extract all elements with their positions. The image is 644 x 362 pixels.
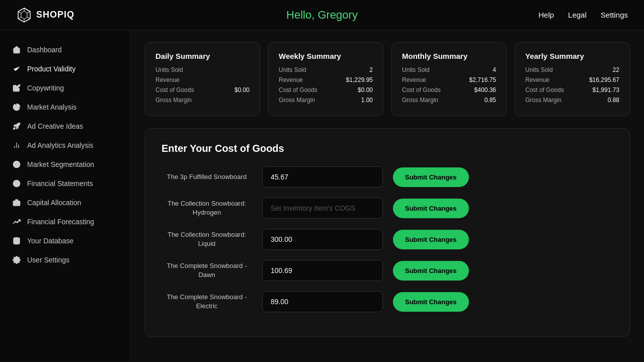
cog-input-3p-fulfilled[interactable] [262, 166, 383, 188]
weekly-cog-value: $0.00 [358, 86, 373, 94]
cog-product-name: The Complete Snowboard - Electric [162, 293, 252, 311]
weekly-margin-label: Gross Margin [279, 97, 315, 104]
weekly-margin-value: 1.00 [361, 97, 373, 104]
daily-cog-value: $0.00 [234, 86, 250, 94]
sidebar-label-market-analysis: Market Analysis [27, 103, 76, 111]
sidebar-label-dashboard: Dashboard [27, 46, 62, 54]
submit-btn-complete-dawn[interactable]: Submit Changes [393, 261, 469, 281]
monthly-cog-value: $400.36 [474, 86, 496, 94]
monthly-margin-row: Gross Margin 0.85 [402, 97, 496, 104]
yearly-revenue-value: $16,295.67 [589, 76, 619, 83]
daily-margin-label: Gross Margin [155, 97, 192, 104]
sidebar-item-product-validity[interactable]: Product Validity [0, 59, 130, 78]
rocket-icon [12, 122, 21, 131]
trending-up-icon [12, 217, 21, 226]
cog-product-list: The 3p Fulfilled SnowboardSubmit Changes… [162, 166, 613, 312]
header: SHOPIQ Hello, Gregory Help Legal Setting… [0, 0, 644, 30]
logo-icon [16, 7, 32, 23]
daily-cog-label: Cost of Goods [155, 86, 194, 94]
sidebar-item-capital-allocation[interactable]: Capital Allocation [0, 193, 130, 212]
daily-revenue-row: Revenue [155, 76, 250, 83]
cog-product-name: The Complete Snowboard - Dawn [162, 261, 252, 280]
cog-input-complete-dawn[interactable] [262, 260, 383, 281]
daily-summary-card: Daily Summary Units Sold Revenue Cost of… [145, 42, 260, 116]
svg-point-13 [16, 164, 18, 165]
cog-title: Enter Your Cost of Goods [162, 143, 613, 154]
sidebar-item-ad-creative[interactable]: Ad Creative Ideas [0, 117, 130, 136]
submit-btn-collection-hydrogen[interactable]: Submit Changes [393, 199, 469, 218]
monthly-summary-title: Monthly Summary [402, 52, 496, 60]
daily-units-label: Units Sold [155, 66, 183, 73]
briefcase-icon [12, 198, 21, 207]
monthly-margin-value: 0.85 [485, 97, 496, 104]
weekly-revenue-row: Revenue $1,229.95 [279, 76, 373, 83]
yearly-cog-label: Cost of Goods [525, 86, 564, 94]
monthly-summary-card: Monthly Summary Units Sold 4 Revenue $2,… [391, 42, 507, 116]
sidebar-item-financial-forecasting[interactable]: Financial Forecasting [0, 212, 130, 231]
bar-chart-icon [12, 141, 21, 150]
legal-link[interactable]: Legal [568, 11, 587, 19]
summary-cards: Daily Summary Units Sold Revenue Cost of… [145, 42, 630, 116]
cog-input-collection-hydrogen[interactable] [262, 198, 383, 219]
cog-input-complete-electric[interactable] [262, 291, 383, 312]
target-icon [12, 160, 21, 169]
monthly-units-row: Units Sold 4 [402, 66, 496, 73]
sidebar-item-dashboard[interactable]: Dashboard [0, 40, 130, 59]
sidebar-label-capital-allocation: Capital Allocation [27, 199, 81, 207]
monthly-units-label: Units Sold [402, 66, 430, 73]
sidebar-item-database[interactable]: Your Database [0, 231, 130, 250]
cog-product-row: The Collection Snowboard: LiquidSubmit C… [162, 229, 613, 250]
check-icon [12, 64, 21, 73]
yearly-units-value: 22 [613, 66, 619, 73]
sidebar-item-user-settings[interactable]: User Settings [0, 250, 130, 269]
cog-product-row: The Collection Snowboard: HydrogenSubmit… [162, 198, 613, 219]
cog-product-name: The 3p Fulfilled Snowboard [162, 172, 252, 182]
weekly-cog-label: Cost of Goods [279, 86, 317, 94]
pen-icon [12, 83, 21, 93]
yearly-cog-row: Cost of Goods $1,991.73 [525, 86, 619, 94]
yearly-summary-card: Yearly Summary Units Sold 22 Revenue $16… [515, 42, 630, 116]
dollar-icon [12, 179, 21, 188]
sidebar-label-copywriting: Copywriting [27, 84, 64, 92]
sidebar-item-copywriting[interactable]: Copywriting [0, 78, 130, 98]
submit-btn-3p-fulfilled[interactable]: Submit Changes [393, 167, 469, 187]
cog-input-collection-liquid[interactable] [262, 229, 383, 250]
svg-line-4 [27, 17, 30, 19]
monthly-margin-label: Gross Margin [402, 97, 438, 104]
monthly-revenue-label: Revenue [402, 76, 426, 83]
daily-revenue-label: Revenue [155, 76, 180, 83]
sidebar-label-ad-analytics: Ad Analytics Analysis [27, 141, 94, 149]
submit-btn-collection-liquid[interactable]: Submit Changes [393, 230, 469, 249]
yearly-units-label: Units Sold [525, 66, 553, 73]
sidebar-label-user-settings: User Settings [27, 256, 69, 264]
weekly-units-row: Units Sold 2 [279, 66, 373, 73]
sidebar-item-market-seg[interactable]: Market Segmentation [0, 155, 130, 174]
sidebar-item-financial-statements[interactable]: Financial Statements [0, 174, 130, 193]
settings-link[interactable]: Settings [601, 11, 628, 19]
weekly-revenue-label: Revenue [279, 76, 303, 83]
sidebar-item-ad-analytics[interactable]: Ad Analytics Analysis [0, 136, 130, 155]
sidebar-label-ad-creative: Ad Creative Ideas [27, 122, 83, 130]
sidebar-item-market-analysis[interactable]: Market Analysis [0, 98, 130, 117]
cog-product-row: The Complete Snowboard - ElectricSubmit … [162, 291, 613, 312]
sidebar-label-product-validity: Product Validity [27, 65, 75, 73]
layout: Dashboard Product Validity Copywriting M… [0, 30, 644, 362]
cog-product-row: The 3p Fulfilled SnowboardSubmit Changes [162, 166, 613, 188]
chart-pie-icon [12, 103, 21, 112]
cog-product-row: The Complete Snowboard - DawnSubmit Chan… [162, 260, 613, 281]
cog-section: Enter Your Cost of Goods The 3p Fulfille… [145, 128, 630, 337]
yearly-revenue-label: Revenue [525, 76, 549, 83]
svg-marker-1 [21, 11, 27, 19]
monthly-revenue-value: $2,716.75 [469, 76, 496, 83]
weekly-units-label: Units Sold [279, 66, 306, 73]
yearly-revenue-row: Revenue $16,295.67 [525, 76, 619, 83]
yearly-margin-label: Gross Margin [525, 97, 561, 104]
svg-line-3 [27, 12, 30, 13]
logo-text: SHOPIQ [36, 10, 74, 20]
submit-btn-complete-electric[interactable]: Submit Changes [393, 292, 469, 312]
main-content: Daily Summary Units Sold Revenue Cost of… [131, 30, 644, 362]
gear-icon [12, 255, 21, 264]
help-link[interactable]: Help [538, 11, 554, 19]
sidebar-label-financial-forecasting: Financial Forecasting [27, 218, 94, 226]
sidebar-label-database: Your Database [27, 237, 73, 245]
